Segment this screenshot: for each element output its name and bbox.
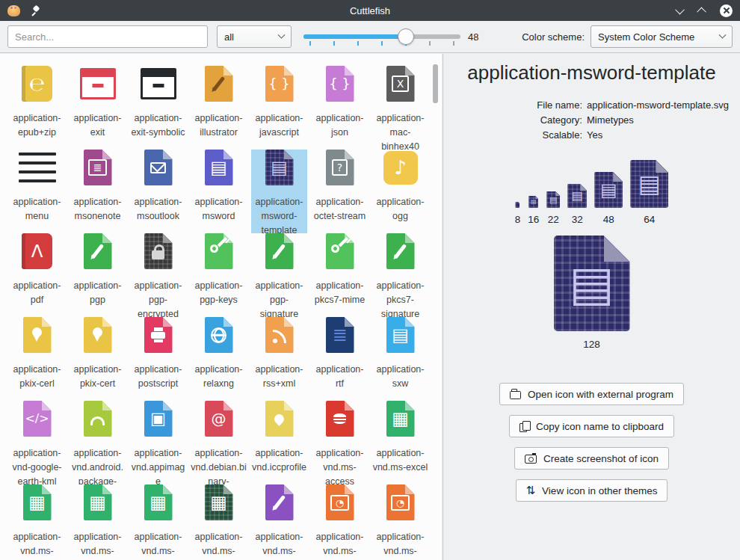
icon-label: application-pkcs7-mime	[312, 279, 368, 307]
icon-grid-item[interactable]: application-msoutlook	[130, 150, 186, 233]
minimize-chevron-down-icon[interactable]	[675, 4, 685, 14]
grid-scrollbar-thumb[interactable]	[433, 64, 438, 103]
application-menu-icon	[19, 150, 56, 185]
maximize-chevron-up-icon[interactable]	[697, 7, 706, 16]
size-label: 8	[515, 214, 521, 225]
icon-grid-item[interactable]: Λapplication-pdf	[9, 233, 65, 317]
icon-grid-item[interactable]: application-vnd.ms-access	[312, 401, 368, 484]
icon-grid-item[interactable]: ▦application-vnd.ms-excel.addin.m	[9, 484, 65, 560]
search-input[interactable]	[7, 25, 208, 48]
copy-name-button[interactable]: Copy icon name to clipboard	[509, 415, 674, 437]
application-pgp-signature-icon	[265, 233, 294, 269]
icon-grid-item[interactable]: { }application-json	[312, 66, 368, 150]
close-icon[interactable]	[720, 4, 733, 17]
field-value: Yes	[587, 129, 740, 141]
icon-label: application-vnd-google-earth-kml	[9, 446, 65, 484]
category-dropdown[interactable]: all	[217, 25, 292, 48]
application-vnd.ms-access-icon	[326, 401, 354, 437]
size-label: 48	[603, 214, 614, 225]
icon-size-slider[interactable]	[303, 25, 460, 48]
icon-grid-item[interactable]: ◔application-vnd.ms-powerpoint.a	[372, 484, 428, 560]
icon-grid-item[interactable]: ♪application-ogg	[372, 150, 428, 233]
icon-grid-item[interactable]: </>application-vnd-google-earth-kml	[9, 401, 65, 484]
icon-grid-item[interactable]: application-menu	[9, 150, 65, 233]
field-label: Scalable:	[472, 129, 582, 141]
application-mac-binhex40-icon: X	[386, 66, 415, 102]
icon-label: application-rss+xml	[251, 363, 307, 391]
application-ogg-icon: ♪	[383, 150, 418, 185]
icon-grid-item[interactable]: application-pkcs7-signature	[372, 233, 428, 317]
application-msword-template-icon: ▤	[265, 150, 294, 185]
application-vnd.debian.binary-package-icon: @	[205, 401, 233, 437]
application-octet-stream-icon: ?	[326, 150, 354, 185]
icon-grid-item[interactable]: application-pgp-signature	[251, 233, 307, 317]
icon-label: application-vnd.ms-excel.sheet.bi	[70, 530, 126, 560]
color-scheme-dropdown[interactable]: System Color Scheme	[591, 25, 733, 48]
icon-label: application-msoutlook	[130, 195, 186, 224]
application-relaxng-icon	[205, 317, 233, 353]
slider-handle[interactable]	[398, 28, 414, 45]
icon-grid-item[interactable]: @application-vnd.debian.binary-package	[191, 401, 247, 484]
application-pdf-icon: Λ	[22, 233, 52, 269]
icon-label: application-vnd.ms-infopath	[251, 530, 307, 560]
button-label: Open icon with external program	[528, 389, 673, 400]
icon-grid-item[interactable]: ▦application-vnd.ms-excel.sheet.bi	[70, 484, 126, 560]
open-external-button[interactable]: Open icon with external program	[499, 383, 684, 405]
icon-grid-item[interactable]: ≣application-rtf	[312, 317, 368, 401]
icon-grid-item[interactable]: application-pgp	[70, 233, 126, 317]
icon-grid-item[interactable]: application-pkix-cerl	[9, 317, 65, 401]
icon-label: application-vnd.ms-excel.addin.m	[9, 530, 65, 560]
icon-grid-item[interactable]: application-pkix-cert	[70, 317, 126, 401]
folder-open-icon	[510, 391, 521, 399]
icon-grid-item[interactable]: ℮application-epub+zip	[9, 66, 65, 150]
window-title: Cuttlefish	[0, 5, 740, 16]
icon-grid-item[interactable]: { }application-javascript	[251, 66, 307, 150]
icon-grid-item[interactable]: application-pkcs7-mime	[312, 233, 368, 317]
application-exit-icon	[80, 66, 116, 102]
application-vnd.iccprofile-icon	[265, 401, 294, 437]
application-pkcs7-signature-icon	[386, 233, 415, 269]
icon-label: application-msonenote	[70, 195, 126, 224]
icon-grid-item[interactable]: application-rss+xml	[251, 317, 307, 401]
size-preview-64: ▤64	[630, 160, 668, 225]
slider-ticks	[309, 41, 454, 46]
icon-grid-item[interactable]: application-exit-symbolic	[130, 66, 186, 150]
size-preview-32: ▤32	[567, 184, 587, 225]
icon-grid-item[interactable]: ▦application-vnd.ms-excel.sheet.m	[130, 484, 186, 560]
icon-grid-item[interactable]: Xapplication-mac-binhex40	[372, 66, 428, 150]
icon-grid-item[interactable]: application-vnd.iccprofile	[251, 401, 307, 484]
screenshot-button[interactable]: Create screenshot of icon	[514, 447, 669, 470]
icon-grid-item[interactable]: ▤application-msword-template	[251, 150, 307, 233]
application-vnd.ms-powerpoint.a-icon: ◔	[386, 484, 415, 520]
icon-grid-item[interactable]: application-postscript	[130, 317, 186, 401]
icon-grid-item[interactable]: ▤application-sxw	[372, 317, 428, 401]
icon-grid-item[interactable]: application-illustrator	[191, 66, 247, 150]
icon-grid-item[interactable]: application-pgp-keys	[191, 233, 247, 317]
icon-grid-item[interactable]: ≣application-msonenote	[70, 150, 126, 233]
application-msonenote-icon: ≣	[84, 150, 112, 185]
application-exit-symbolic-icon	[141, 66, 176, 102]
icon-grid: ℮application-epub+zipapplication-exitapp…	[0, 54, 442, 560]
action-buttons: Open icon with external program Copy ico…	[499, 383, 684, 502]
icon-grid-item[interactable]: ▤application-msword	[191, 150, 247, 233]
icon-grid-item[interactable]: ▦application-vnd.ms-excel.templat	[191, 484, 247, 560]
application-illustrator-icon	[205, 66, 233, 102]
icon-grid-item[interactable]: ◔application-vnd.ms-powerpoint	[312, 484, 368, 560]
icon-grid-item[interactable]: ?application-octet-stream	[312, 150, 368, 233]
pin-icon[interactable]	[31, 6, 40, 15]
icon-grid-item[interactable]: ▣application-vnd.appimage	[130, 401, 186, 484]
button-label: Copy icon name to clipboard	[536, 421, 664, 432]
icon-label: application-octet-stream	[312, 195, 368, 224]
view-other-themes-button[interactable]: ⇅ View icon in other themes	[516, 479, 668, 502]
icon-grid-item[interactable]: ▦application-vnd.ms-excel	[372, 401, 428, 484]
icon-label: application-pkcs7-signature	[372, 279, 428, 317]
icon-label: application-msword	[191, 195, 247, 224]
icon-grid-item[interactable]: application-exit	[70, 66, 126, 150]
application-vnd.android.package--icon	[84, 401, 112, 437]
icon-label: application-vnd.ms-excel.templat	[191, 530, 247, 560]
icon-grid-item[interactable]: application-pgp-encrypted	[130, 233, 186, 317]
icon-grid-item[interactable]: application-relaxng	[191, 317, 247, 401]
category-selected-value: all	[224, 31, 234, 43]
icon-grid-item[interactable]: application-vnd.ms-infopath	[251, 484, 307, 560]
icon-grid-item[interactable]: application-vnd.android.package-	[70, 401, 126, 484]
